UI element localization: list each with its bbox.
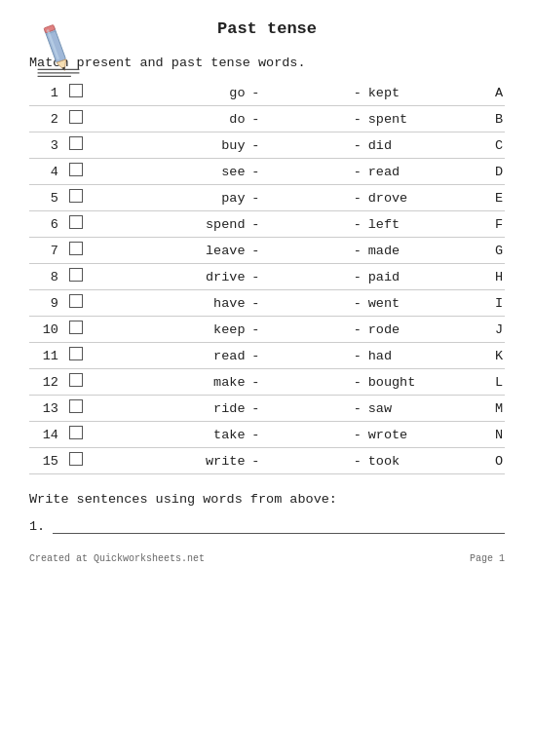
present-word: make: [92, 369, 248, 396]
instruction-text: Match present and past tense words.: [29, 56, 505, 70]
spacer: [264, 290, 349, 317]
row-number: 14: [29, 422, 60, 448]
logo-area: [29, 19, 88, 82]
row-number: 7: [29, 238, 60, 264]
answer-letter: E: [479, 185, 505, 211]
dash-right: -: [349, 238, 366, 264]
answer-letter: J: [479, 317, 505, 343]
pencil-icon: [29, 19, 88, 78]
table-row: 7 leave - - made G: [29, 238, 505, 264]
dash-left: -: [248, 396, 265, 422]
answer-letter: G: [479, 238, 505, 264]
answer-letter: L: [479, 369, 505, 396]
spacer: [264, 106, 349, 132]
table-row: 2 do - - spent B: [29, 106, 505, 132]
row-number: 11: [29, 343, 60, 369]
answer-letter: F: [479, 211, 505, 238]
past-word: wrote: [366, 422, 479, 448]
past-word: left: [366, 211, 479, 238]
spacer: [264, 448, 349, 474]
row-checkbox[interactable]: [60, 132, 92, 159]
row-checkbox[interactable]: [60, 106, 92, 132]
table-row: 9 have - - went I: [29, 290, 505, 317]
dash-right: -: [349, 448, 366, 474]
table-row: 4 see - - read D: [29, 159, 505, 185]
row-checkbox[interactable]: [60, 343, 92, 369]
dash-left: -: [248, 422, 265, 448]
dash-left: -: [248, 211, 265, 238]
row-number: 12: [29, 369, 60, 396]
present-word: take: [92, 422, 248, 448]
row-number: 6: [29, 211, 60, 238]
past-word: saw: [366, 396, 479, 422]
dash-right: -: [349, 159, 366, 185]
present-word: go: [92, 80, 248, 106]
answer-letter: K: [479, 343, 505, 369]
sentence-underline-1[interactable]: [53, 516, 505, 534]
table-row: 14 take - - wrote N: [29, 422, 505, 448]
spacer: [264, 238, 349, 264]
table-row: 3 buy - - did C: [29, 132, 505, 159]
dash-left: -: [248, 290, 265, 317]
row-checkbox[interactable]: [60, 185, 92, 211]
row-checkbox[interactable]: [60, 396, 92, 422]
row-checkbox[interactable]: [60, 369, 92, 396]
row-checkbox[interactable]: [60, 211, 92, 238]
row-number: 10: [29, 317, 60, 343]
table-row: 5 pay - - drove E: [29, 185, 505, 211]
table-row: 13 ride - - saw M: [29, 396, 505, 422]
row-checkbox[interactable]: [60, 290, 92, 317]
dash-right: -: [349, 343, 366, 369]
spacer: [264, 211, 349, 238]
row-checkbox[interactable]: [60, 448, 92, 474]
row-checkbox[interactable]: [60, 159, 92, 185]
present-word: read: [92, 343, 248, 369]
answer-letter: B: [479, 106, 505, 132]
table-row: 11 read - - had K: [29, 343, 505, 369]
spacer: [264, 343, 349, 369]
table-row: 10 keep - - rode J: [29, 317, 505, 343]
present-word: have: [92, 290, 248, 317]
dash-right: -: [349, 264, 366, 290]
past-word: did: [366, 132, 479, 159]
row-number: 3: [29, 132, 60, 159]
dash-left: -: [248, 264, 265, 290]
present-word: keep: [92, 317, 248, 343]
answer-letter: H: [479, 264, 505, 290]
sentences-section: Write sentences using words from above: …: [29, 492, 505, 534]
row-checkbox[interactable]: [60, 317, 92, 343]
present-word: see: [92, 159, 248, 185]
dash-right: -: [349, 422, 366, 448]
row-checkbox[interactable]: [60, 264, 92, 290]
answer-letter: I: [479, 290, 505, 317]
answer-letter: O: [479, 448, 505, 474]
footer-left: Created at Quickworksheets.net: [29, 553, 205, 564]
answer-letter: C: [479, 132, 505, 159]
past-word: took: [366, 448, 479, 474]
row-number: 13: [29, 396, 60, 422]
past-word: paid: [366, 264, 479, 290]
dash-left: -: [248, 343, 265, 369]
dash-right: -: [349, 185, 366, 211]
answer-letter: N: [479, 422, 505, 448]
row-checkbox[interactable]: [60, 422, 92, 448]
row-checkbox[interactable]: [60, 80, 92, 106]
present-word: buy: [92, 132, 248, 159]
spacer: [264, 422, 349, 448]
past-word: made: [366, 238, 479, 264]
table-row: 15 write - - took O: [29, 448, 505, 474]
dash-left: -: [248, 369, 265, 396]
spacer: [264, 264, 349, 290]
spacer: [264, 80, 349, 106]
sentences-label: Write sentences using words from above:: [29, 492, 505, 507]
dash-right: -: [349, 211, 366, 238]
row-checkbox[interactable]: [60, 238, 92, 264]
past-word: went: [366, 290, 479, 317]
row-number: 5: [29, 185, 60, 211]
spacer: [264, 369, 349, 396]
table-row: 6 spend - - left F: [29, 211, 505, 238]
past-word: rode: [366, 317, 479, 343]
row-number: 9: [29, 290, 60, 317]
dash-left: -: [248, 185, 265, 211]
spacer: [264, 185, 349, 211]
